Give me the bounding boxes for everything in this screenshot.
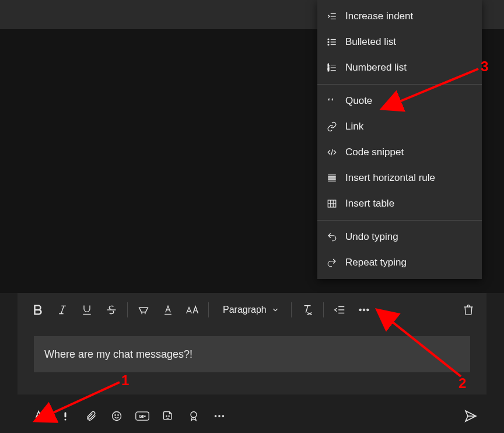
format-toggle-icon — [33, 410, 46, 422]
svg-point-32 — [222, 415, 225, 417]
message-input[interactable]: Where are my chat messages?! — [34, 336, 470, 372]
undo-icon — [327, 232, 337, 242]
ellipsis-icon — [358, 303, 370, 316]
more-actions-button[interactable] — [208, 403, 231, 429]
clear-formatting-icon — [301, 303, 314, 316]
svg-point-38 — [328, 41, 329, 43]
underline-button[interactable] — [75, 293, 99, 327]
trash-icon — [463, 304, 474, 316]
svg-point-21 — [65, 419, 66, 421]
menu-label: Insert horizontal rule — [345, 172, 473, 184]
svg-point-22 — [113, 412, 121, 421]
gif-icon: GIF — [135, 411, 149, 421]
menu-label: Insert table — [345, 198, 473, 209]
paragraph-label: Paragraph — [223, 305, 267, 315]
sticker-icon — [162, 410, 174, 422]
italic-button[interactable] — [50, 293, 75, 327]
badge-icon — [188, 410, 200, 422]
important-icon — [60, 411, 71, 421]
font-size-button[interactable] — [180, 293, 205, 327]
toolbar-divider — [291, 302, 292, 317]
menu-label: Undo typing — [345, 231, 473, 243]
link-icon — [327, 121, 337, 132]
emoji-button[interactable] — [105, 403, 128, 429]
svg-point-29 — [191, 412, 197, 418]
gif-button[interactable]: GIF — [131, 403, 154, 429]
svg-text:GIF: GIF — [139, 414, 146, 419]
praise-button[interactable] — [182, 403, 205, 429]
svg-point-39 — [328, 44, 329, 46]
numbered-list-icon: 123 — [327, 62, 337, 73]
quote-icon — [327, 96, 337, 106]
strikethrough-icon — [106, 304, 117, 316]
code-icon — [327, 147, 337, 158]
menu-item-undo[interactable]: Undo typing — [317, 224, 482, 250]
send-icon — [464, 409, 478, 423]
svg-point-31 — [218, 415, 220, 417]
bulleted-list-icon — [327, 37, 337, 47]
menu-label: Numbered list — [345, 62, 473, 74]
font-color-button[interactable] — [156, 293, 180, 327]
attach-file-button[interactable] — [79, 403, 103, 429]
chevron-down-icon — [271, 306, 279, 314]
menu-label: Link — [345, 121, 473, 132]
clear-formatting-button[interactable] — [295, 293, 320, 327]
menu-item-horizontal-rule[interactable]: Insert horizontal rule — [317, 165, 482, 191]
decrease-indent-icon — [333, 303, 346, 316]
menu-item-bulleted-list[interactable]: Bulleted list — [317, 29, 482, 55]
menu-item-numbered-list[interactable]: 123 Numbered list — [317, 55, 482, 81]
horizontal-rule-icon — [327, 173, 337, 183]
highlight-icon — [137, 303, 150, 316]
decrease-indent-button[interactable] — [327, 293, 352, 327]
italic-icon — [57, 304, 68, 316]
menu-item-redo[interactable]: Repeat typing — [317, 250, 482, 275]
paragraph-style-picker[interactable]: Paragraph — [212, 293, 288, 327]
menu-item-increase-indent[interactable]: Increase indent — [317, 4, 482, 29]
svg-point-28 — [169, 415, 169, 416]
formatting-toolbar: Paragraph — [18, 293, 487, 327]
more-formatting-button[interactable] — [352, 293, 376, 327]
svg-point-30 — [215, 415, 217, 417]
menu-label: Code snippet — [345, 146, 473, 158]
bold-icon — [32, 303, 44, 316]
svg-text:3: 3 — [328, 68, 330, 72]
menu-label: Increase indent — [345, 11, 473, 22]
format-toggle-button[interactable] — [28, 403, 51, 429]
menu-label: Bulleted list — [345, 36, 473, 48]
redo-icon — [327, 257, 337, 268]
compose-actions-bar: GIF — [18, 403, 487, 429]
message-text: Where are my chat messages?! — [44, 348, 192, 361]
svg-point-17 — [363, 309, 365, 311]
sticker-button[interactable] — [156, 403, 180, 429]
toolbar-divider — [208, 302, 209, 317]
strikethrough-button[interactable] — [99, 293, 124, 327]
svg-line-49 — [331, 149, 333, 156]
svg-point-27 — [166, 415, 167, 416]
emoji-icon — [111, 410, 123, 422]
svg-point-23 — [115, 415, 116, 415]
delete-draft-button[interactable] — [456, 293, 481, 327]
paperclip-icon — [85, 410, 97, 422]
svg-rect-20 — [65, 412, 66, 417]
increase-indent-icon — [327, 11, 337, 22]
font-color-icon — [162, 304, 174, 316]
toolbar-divider — [127, 302, 128, 317]
menu-item-insert-table[interactable]: Insert table — [317, 191, 482, 216]
table-icon — [327, 198, 337, 209]
more-formatting-menu: Increase indent Bulleted list 123 Number… — [317, 0, 482, 279]
menu-item-link[interactable]: Link — [317, 114, 482, 139]
highlight-button[interactable] — [131, 293, 156, 327]
svg-line-2 — [61, 306, 64, 313]
svg-point-16 — [359, 309, 361, 311]
underline-icon — [81, 304, 93, 316]
mark-important-button[interactable] — [54, 403, 77, 429]
menu-label: Quote — [345, 95, 473, 107]
menu-item-quote[interactable]: Quote — [317, 88, 482, 114]
bold-button[interactable] — [26, 293, 50, 327]
font-size-icon — [186, 304, 200, 316]
menu-item-code-snippet[interactable]: Code snippet — [317, 139, 482, 165]
svg-point-18 — [366, 309, 369, 311]
send-button[interactable] — [459, 403, 482, 429]
svg-point-37 — [328, 39, 329, 40]
menu-label: Repeat typing — [345, 257, 473, 268]
